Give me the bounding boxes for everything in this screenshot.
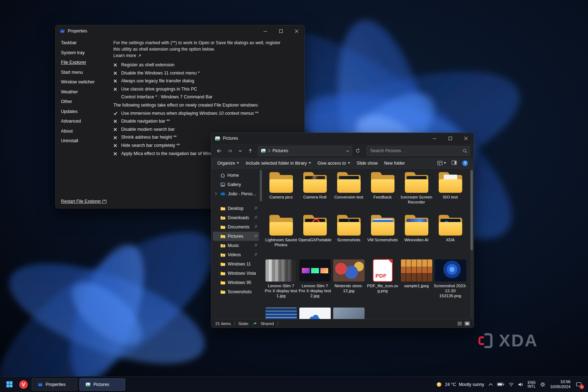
help-button[interactable]: ? <box>462 160 468 166</box>
file-tile[interactable] <box>264 308 298 319</box>
refresh-button[interactable] <box>354 146 362 155</box>
expand-chevron-icon[interactable] <box>215 191 217 196</box>
file-tile[interactable]: Winxvideo AI <box>399 215 433 259</box>
include-in-library-button[interactable]: Include selected folder in library <box>242 159 314 167</box>
file-tile[interactable]: VM Screenshots <box>366 215 399 259</box>
setting-register-shell-extension[interactable]: Register as shell extension <box>113 61 301 69</box>
file-tile[interactable]: Conversion test <box>332 172 366 215</box>
language-indicator[interactable]: ENG INTL <box>528 381 536 388</box>
file-tile[interactable]: Nintendo store-12.jpg <box>332 259 366 308</box>
file-tile[interactable]: sample1.jpeg <box>399 259 433 308</box>
thumbnail-view-icon[interactable] <box>465 321 470 326</box>
file-tile[interactable]: PDF PDF_file_icon.svg.png <box>366 259 399 308</box>
file-tile[interactable]: Lenovo Slim 7 Pro X display test 2.jpg <box>298 259 332 308</box>
sidebar-item-file-explorer[interactable]: File Explorer <box>61 60 113 65</box>
setting-disable-win11-context-menu[interactable]: Disable the Windows 11 context menu * <box>113 69 301 77</box>
content-scrollbar-thumb[interactable] <box>470 170 473 250</box>
maximize-button[interactable] <box>442 133 458 144</box>
tray-chevron-up-icon[interactable] <box>489 383 493 386</box>
sidebar-item-taskbar[interactable]: Taskbar <box>61 40 113 45</box>
up-button[interactable] <box>246 146 255 155</box>
file-tile[interactable]: ISO test <box>433 172 467 215</box>
navpane-item-windows-95[interactable]: Windows 95 <box>213 278 259 287</box>
new-folder-button[interactable]: New folder <box>381 159 408 167</box>
explorer-titlebar[interactable]: Pictures <box>211 133 474 144</box>
battery-icon[interactable] <box>497 382 504 386</box>
recent-locations-chevron-icon[interactable] <box>236 146 244 155</box>
change-view-button[interactable] <box>437 161 446 165</box>
close-button[interactable] <box>289 25 304 37</box>
file-tile[interactable] <box>332 308 366 319</box>
navpane-item-home[interactable]: Home <box>213 171 259 180</box>
navpane-scrollbar[interactable] <box>260 170 262 201</box>
preview-pane-button[interactable] <box>452 160 457 166</box>
file-tile[interactable]: Screenshots <box>332 215 366 259</box>
volume-icon[interactable] <box>518 382 523 387</box>
file-tile[interactable] <box>298 308 332 319</box>
sidebar-item-system-tray[interactable]: System tray <box>61 50 113 55</box>
restart-file-explorer-link[interactable]: Restart File Explorer (*) <box>61 199 107 204</box>
sidebar-item-updates[interactable]: Updates <box>61 109 113 114</box>
navpane-item-windows-11[interactable]: Windows 11 <box>213 259 259 269</box>
close-button[interactable] <box>458 133 474 144</box>
navpane-item-music[interactable]: Music <box>213 241 259 250</box>
properties-titlebar[interactable]: Properties <box>56 25 304 37</box>
learn-more-link[interactable]: Learn more <box>113 53 301 59</box>
file-tile[interactable]: Camera pics <box>264 172 298 215</box>
setting-immersive-menus[interactable]: Use immersive menus when displaying Wind… <box>113 109 301 118</box>
wifi-icon[interactable] <box>509 382 514 387</box>
file-label: Screenshots <box>337 237 360 242</box>
navpane-item-desktop[interactable]: Desktop <box>213 204 259 213</box>
forward-button[interactable] <box>225 146 234 155</box>
notification-center-button[interactable]: 1 <box>575 381 583 388</box>
gear-icon[interactable] <box>540 382 546 387</box>
breadcrumb[interactable]: Pictures <box>273 148 288 153</box>
sidebar-item-advanced[interactable]: Advanced <box>61 119 113 124</box>
setting-disable-navigation-bar[interactable]: Disable navigation bar ** <box>113 118 301 126</box>
file-tile[interactable]: Camera Roll <box>298 172 332 215</box>
maximize-button[interactable] <box>273 25 289 37</box>
clock[interactable]: 10:56 10/05/2024 <box>550 380 571 389</box>
sidebar-item-weather[interactable]: Weather <box>61 89 113 94</box>
taskbar-task-pictures[interactable]: Pictures <box>79 378 125 391</box>
navpane-item-videos[interactable]: Videos <box>213 250 259 259</box>
file-tile[interactable]: Icecream Screen Recorder <box>399 172 433 215</box>
organize-button[interactable]: Organize <box>214 159 242 167</box>
taskbar-task-properties[interactable]: Properties <box>32 378 77 391</box>
minimize-button[interactable] <box>257 25 273 37</box>
file-tile[interactable]: Screenshot 2023-12-20 153135.png <box>433 259 467 308</box>
setting-classic-drive-groupings[interactable]: Use classic drive groupings in This PC <box>113 85 301 93</box>
start-button[interactable] <box>2 378 16 391</box>
navpane-item-downloads[interactable]: Downloads <box>213 213 259 222</box>
vivaldi-browser-button[interactable]: V <box>16 378 31 391</box>
file-tile[interactable]: Lenovo Slim 7 Pro X display test 1.jpg <box>264 259 298 308</box>
setting-control-interface[interactable]: Control Interface * : Windows 7 Command … <box>113 93 301 102</box>
file-tile[interactable]: XDA <box>433 215 467 259</box>
address-bar[interactable]: Pictures <box>258 146 352 156</box>
sidebar-item-start-menu[interactable]: Start menu <box>61 70 113 75</box>
file-tile[interactable]: Feedback <box>366 172 399 215</box>
content-scrollbar[interactable] <box>470 169 473 318</box>
file-tile[interactable]: OperaGXPortable <box>298 215 332 259</box>
navpane-item-windows-vista[interactable]: Windows Vista <box>213 269 259 278</box>
navpane-item-gallery[interactable]: Gallery <box>213 180 259 189</box>
file-tile[interactable]: Lightroom Saved Photos <box>264 215 298 259</box>
details-view-icon[interactable] <box>457 321 462 326</box>
weather-widget[interactable]: 24 °C Mostly sunny <box>436 381 484 388</box>
navpane-item-pictures[interactable]: Pictures <box>213 232 259 241</box>
sidebar-item-other[interactable]: Other <box>61 99 113 104</box>
navpane-item-screenshots[interactable]: Screenshots <box>213 287 259 296</box>
navpane-item-onedrive-personal[interactable]: João - Personal <box>213 189 259 198</box>
minimize-button[interactable] <box>427 133 442 144</box>
back-button[interactable] <box>215 146 224 155</box>
slide-show-button[interactable]: Slide show <box>354 159 381 167</box>
navpane-item-documents[interactable]: Documents <box>213 222 259 232</box>
sidebar-item-uninstall[interactable]: Uninstall <box>61 138 113 143</box>
search-input[interactable] <box>367 146 470 156</box>
address-dropdown-chevron-icon[interactable] <box>346 148 349 153</box>
sidebar-item-about[interactable]: About <box>61 129 113 134</box>
search-icon[interactable] <box>463 148 467 155</box>
sidebar-item-window-switcher[interactable]: Window switcher <box>61 79 113 84</box>
give-access-button[interactable]: Give access to <box>314 159 354 167</box>
setting-legacy-file-transfer[interactable]: Always use legacy file transfer dialog <box>113 77 301 86</box>
